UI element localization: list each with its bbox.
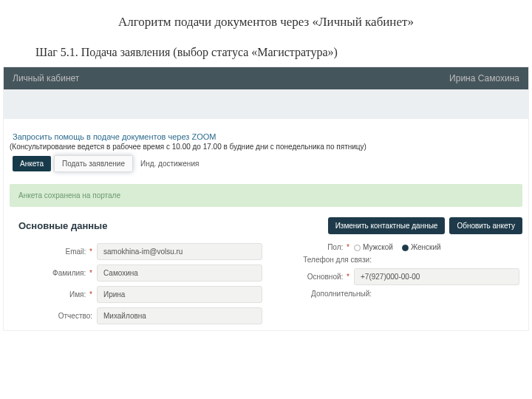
tabs: Анкета Подать заявление Инд. достижения xyxy=(13,155,524,172)
surname-field[interactable]: Самохина xyxy=(97,265,262,282)
app-frame: Личный кабинет Ирина Самохина Запросить … xyxy=(3,66,529,331)
surname-label: Фамилия: * xyxy=(13,269,92,277)
phone-section-label: Телефон для связи: xyxy=(270,256,372,264)
name-field[interactable]: Ирина xyxy=(97,286,262,303)
gender-female-radio[interactable]: Женский xyxy=(402,243,441,251)
name-label: Имя: * xyxy=(13,290,92,299)
banner-area xyxy=(4,89,528,119)
topbar-user[interactable]: Ирина Самохина xyxy=(449,73,519,83)
gender-label: Пол: * xyxy=(270,243,349,251)
email-label: Email: * xyxy=(13,248,92,256)
slide-title: Алгоритм подачи документов через «Личный… xyxy=(0,15,532,30)
patronymic-label: Отчество: xyxy=(13,312,92,320)
zoom-help-link[interactable]: Запросить помощь в подаче документов чер… xyxy=(13,132,524,141)
slide-step: Шаг 5.1. Подача заявления (выбор статуса… xyxy=(35,46,532,59)
tab-submit-application[interactable]: Подать заявление xyxy=(54,155,133,172)
topbar: Личный кабинет Ирина Самохина xyxy=(4,67,528,89)
section-header: Основные данные Изменить контактные данн… xyxy=(10,217,522,234)
main-phone-field[interactable]: +7(927)000-00-00 xyxy=(354,268,519,285)
topbar-brand[interactable]: Личный кабинет xyxy=(13,73,79,83)
email-field[interactable]: samokhina-im@volsu.ru xyxy=(97,243,262,260)
form-right-column: Пол: * Мужской Женский Телефон для связи… xyxy=(270,243,519,324)
extra-phone-label: Дополнительный: xyxy=(270,290,372,298)
main-phone-label: Основной: * xyxy=(270,273,349,281)
tab-achievements[interactable]: Инд. достижения xyxy=(136,156,203,171)
edit-contact-button[interactable]: Изменить контактные данные xyxy=(328,217,446,234)
tab-anketa[interactable]: Анкета xyxy=(13,156,51,171)
form: Email: * samokhina-im@volsu.ru Фамилия: … xyxy=(8,242,524,324)
saved-banner: Анкета сохранена на портале xyxy=(10,184,522,207)
patronymic-field[interactable]: Михайловна xyxy=(97,307,262,324)
section-title: Основные данные xyxy=(10,220,324,231)
gender-male-radio[interactable]: Мужской xyxy=(354,243,393,251)
zoom-help-note: (Консультирование ведется в рабочее врем… xyxy=(10,143,524,151)
form-left-column: Email: * samokhina-im@volsu.ru Фамилия: … xyxy=(13,243,262,324)
refresh-anketa-button[interactable]: Обновить анкету xyxy=(449,217,522,234)
